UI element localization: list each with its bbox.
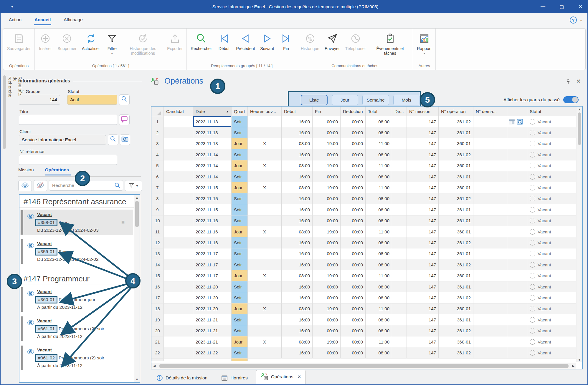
item-menu-icon[interactable]: ≡ — [121, 219, 124, 225]
comment-button[interactable] — [119, 114, 130, 125]
date-cell[interactable]: 2023-11-17 — [193, 248, 232, 259]
date-cell[interactable]: 2023-11-20 — [193, 292, 232, 303]
table-row[interactable]: 172023-11-20Soir16:0000:0000:0008:001473… — [151, 292, 576, 303]
column-header-n-mission[interactable]: N° mission — [407, 107, 439, 116]
help-icon[interactable]: ? — [570, 16, 577, 24]
tree-scrollbar[interactable]: ▲ ▼ — [134, 195, 140, 382]
client-preview-button[interactable] — [120, 135, 130, 145]
date-cell[interactable]: 2023-11-13 — [193, 116, 232, 127]
statut-field[interactable]: Actif — [67, 95, 117, 105]
suivant-button[interactable]: Suivant — [257, 30, 277, 52]
date-cell[interactable]: 2023-11-15 — [193, 193, 232, 204]
date-cell[interactable]: 2023-11-16 — [193, 226, 232, 237]
reference-field[interactable] — [19, 155, 117, 165]
date-cell[interactable]: 2023-11-13 — [193, 127, 232, 138]
statut-lookup-button[interactable] — [119, 94, 130, 105]
date-cell[interactable]: 2023-11-21 — [193, 336, 232, 347]
evenements-et-taches-button[interactable]: Événements et tâches — [369, 30, 412, 56]
tab-close-icon[interactable]: ✕ — [298, 374, 301, 379]
ribbon-collapse-icon[interactable]: ⌄ — [580, 18, 583, 22]
column-header-heures-ouv[interactable]: Heures ouv... — [248, 107, 282, 116]
column-header-statut[interactable]: Statut — [527, 107, 576, 116]
menu-tab-affichage[interactable]: Affichage — [64, 17, 82, 25]
hscroll-thumb[interactable] — [159, 364, 569, 368]
groupe-field[interactable]: 144 — [19, 95, 60, 105]
scroll-up-icon[interactable]: ▲ — [134, 196, 140, 199]
column-header-n-operation[interactable]: N° opération — [439, 107, 473, 116]
menu-tab-action[interactable]: Action — [9, 17, 22, 25]
menu-tab-accueil[interactable]: Accueil — [34, 17, 51, 25]
tree-item-360-01[interactable]: Vacant#360-01Programmeur jourÀ partir du… — [20, 287, 133, 312]
precedent-button[interactable]: Précédent — [234, 30, 258, 52]
filtre-button[interactable]: Filtre⌄ — [103, 30, 121, 55]
table-row[interactable]: 112023-11-16JourX08:0019:0000:0011:00147… — [151, 226, 576, 237]
column-header-candidat[interactable]: Candidat — [164, 107, 193, 116]
maximize-button[interactable]: ▢ — [557, 4, 566, 9]
date-cell[interactable]: 2023-11-21 — [193, 314, 232, 325]
date-cell[interactable]: 2023-11-20 — [193, 303, 232, 314]
column-header-col0[interactable] — [151, 107, 164, 116]
table-row[interactable]: 12023-11-13Soir16:0000:0000:0008:0014736… — [151, 116, 576, 127]
table-hscrollbar[interactable]: ◀ ▶ — [151, 363, 576, 369]
scroll-down-icon[interactable]: ▼ — [577, 358, 582, 361]
tree-item-361-01[interactable]: Vacant#361-01Programmeurs (2) soirÀ part… — [20, 316, 133, 341]
bottom-tab-operations[interactable]: Opérations✕ — [256, 370, 305, 384]
past-shifts-toggle[interactable] — [563, 96, 579, 103]
date-cell[interactable]: 2023-11-17 — [193, 270, 232, 281]
client-field[interactable]: Service Informatique Excel — [19, 135, 106, 145]
column-header-col13[interactable] — [507, 107, 527, 116]
table-row[interactable]: 92023-11-15Soir16:0000:0000:0008:0014736… — [151, 204, 576, 215]
tab-operations[interactable]: Opérations — [45, 167, 69, 175]
scroll-left-icon[interactable]: ◀ — [151, 364, 157, 368]
table-row[interactable]: 152023-11-17JourX08:0019:0000:0011:00147… — [151, 270, 576, 281]
column-header-fin[interactable]: Fin — [313, 107, 341, 116]
date-cell[interactable]: 2023-11-16 — [193, 237, 232, 248]
fin-button[interactable]: Fin — [277, 30, 295, 52]
view-button-jour[interactable]: Jour — [332, 95, 358, 105]
tree-item-361-02[interactable]: Vacant#361-02Programmeurs (2) soirÀ part… — [20, 345, 133, 371]
debut-button[interactable]: Début — [215, 30, 234, 52]
date-cell[interactable]: 2023-11-20 — [193, 281, 232, 292]
table-row[interactable]: 102023-11-16Soir16:0000:0000:0008:001473… — [151, 215, 576, 226]
tree-item-358-01[interactable]: Vacant#358-01JourDu 2023-12-03 au 2024-0… — [20, 210, 133, 235]
minimize-button[interactable]: — — [539, 4, 547, 9]
table-row[interactable]: 162023-11-20Soir16:0000:0000:0008:001473… — [151, 281, 576, 292]
table-row[interactable]: 62023-11-14Soir16:0000:0000:0008:0014736… — [151, 171, 576, 182]
table-row[interactable]: 82023-11-15Soir16:0000:0000:0008:0014736… — [151, 193, 576, 204]
date-cell[interactable]: 2023-11-17 — [193, 259, 232, 270]
date-cell[interactable]: 2023-11-15 — [193, 182, 232, 193]
show-all-button[interactable] — [18, 180, 32, 191]
date-cell[interactable]: 2023-11-14 — [193, 171, 232, 182]
table-row[interactable]: 142023-11-17Soir16:0000:0000:0008:001473… — [151, 259, 576, 270]
scroll-right-icon[interactable]: ▶ — [570, 364, 576, 368]
table-row[interactable]: 22023-11-13Soir16:0000:0000:0008:0014736… — [151, 127, 576, 138]
strip-scrollbar[interactable] — [3, 75, 6, 149]
titre-field[interactable] — [19, 115, 117, 125]
envoyer-button[interactable]: Envoyer — [322, 30, 342, 52]
scroll-down-icon[interactable]: ▼ — [134, 378, 140, 381]
close-button[interactable]: ✕ — [576, 4, 585, 9]
bottom-tab-details-de-la-mission[interactable]: Détails de la mission — [151, 372, 213, 384]
table-row[interactable]: 132023-11-17Soir16:0000:0000:0008:001473… — [151, 248, 576, 259]
client-lookup-button[interactable] — [108, 135, 118, 145]
view-button-semaine[interactable]: Semaine — [362, 95, 389, 105]
table-row[interactable]: 32023-11-13JourX08:0019:0000:0011:001473… — [151, 138, 576, 149]
bottom-tab-horaires[interactable]: Horaires — [216, 372, 253, 384]
date-cell[interactable]: 2023-11-13 — [193, 138, 232, 149]
table-row[interactable]: 212023-11-21JourX08:0019:0000:0011:00147… — [151, 336, 576, 347]
tree-filter-button[interactable]: ▼ — [125, 180, 142, 191]
column-header-n-dema[interactable]: N° dema... — [473, 107, 507, 116]
table-row[interactable]: 222023-11-22Soir16:0000:0000:0008:001473… — [151, 347, 576, 358]
column-header-de[interactable]: Dé... — [392, 107, 407, 116]
column-header-debut[interactable]: Début — [282, 107, 313, 116]
view-button-mois[interactable]: Mois — [393, 95, 420, 105]
table-vscrollbar[interactable]: ▲ ▼ — [577, 107, 582, 362]
select-all-corner[interactable] — [157, 111, 161, 115]
tree-item-359-01[interactable]: Vacant#359-01SoirDu 2023-12-02 au 2024-0… — [20, 239, 133, 264]
date-cell[interactable]: 2023-11-21 — [193, 325, 232, 336]
column-header-total[interactable]: Total — [366, 107, 392, 116]
tab-mission[interactable]: Mission — [18, 167, 34, 175]
table-row[interactable]: 122023-11-16Soir16:0000:0000:0008:001473… — [151, 237, 576, 248]
date-cell[interactable]: 2023-11-14 — [193, 149, 232, 160]
column-header-deduction[interactable]: Déduction — [341, 107, 366, 116]
